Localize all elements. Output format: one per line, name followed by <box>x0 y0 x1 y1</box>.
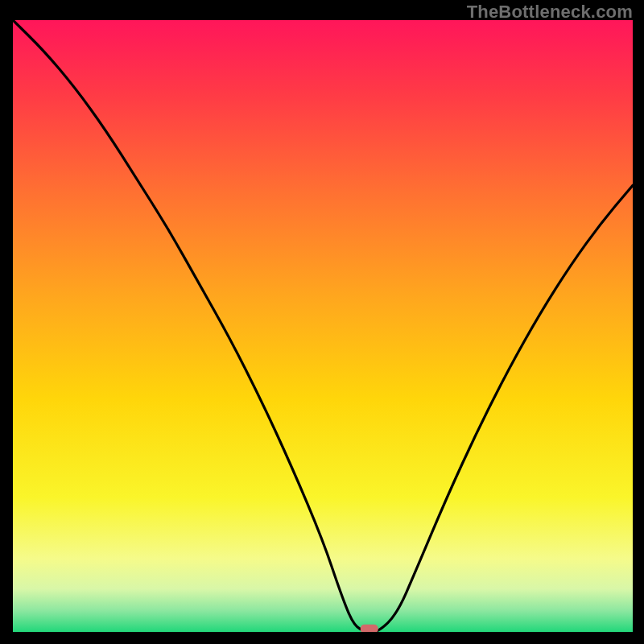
plot-area <box>13 20 633 632</box>
bottleneck-chart <box>13 20 633 632</box>
chart-frame: TheBottleneck.com <box>0 0 644 644</box>
minimum-marker <box>361 625 378 632</box>
